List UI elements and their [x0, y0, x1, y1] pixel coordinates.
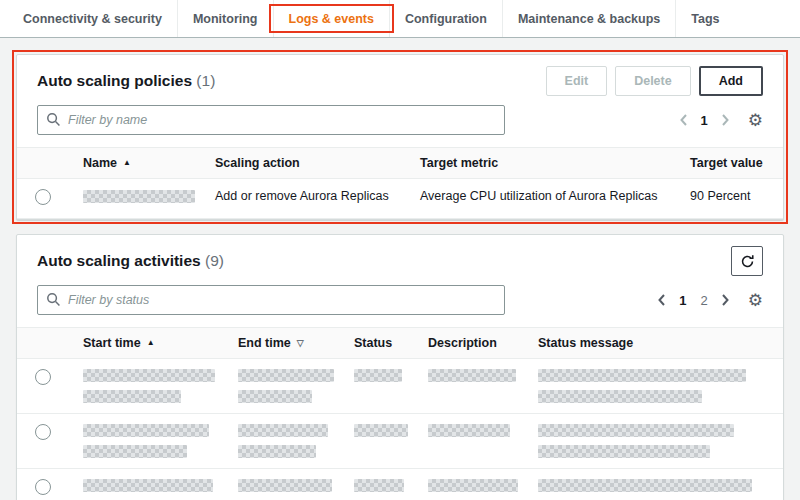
- column-header-target-value: Target value: [680, 148, 783, 179]
- policies-panel-header: Auto scaling policies (1) Edit Delete Ad…: [17, 55, 783, 105]
- tab-connectivity-security[interactable]: Connectivity & security: [8, 0, 177, 37]
- activities-select-col-header: [17, 328, 73, 359]
- redacted-end-time: [238, 479, 332, 492]
- redacted-start-time: [83, 479, 213, 492]
- tab-monitoring[interactable]: Monitoring: [177, 0, 273, 37]
- refresh-icon: [740, 254, 755, 269]
- redacted-start-time: [83, 369, 215, 382]
- activity-radio-button[interactable]: [35, 369, 51, 385]
- pagination-page-1[interactable]: 1: [678, 293, 687, 308]
- pagination-page-1[interactable]: 1: [700, 113, 709, 128]
- policy-target-value: 90 Percent: [680, 179, 783, 219]
- redacted-status-message: [538, 390, 702, 403]
- redacted-start-time: [83, 424, 209, 437]
- page-content: Auto scaling policies (1) Edit Delete Ad…: [0, 38, 800, 500]
- policies-filter-row: 1 ⚙: [17, 105, 783, 147]
- redacted-end-time: [238, 424, 328, 437]
- sort-indicator-icon: ▽: [297, 338, 304, 348]
- redacted-status: [354, 369, 402, 382]
- sort-ascending-icon: ▲: [147, 338, 155, 347]
- activity-row: [17, 359, 783, 414]
- activities-pagination: 1 2 ⚙: [657, 292, 763, 309]
- redacted-policy-name: [83, 190, 195, 203]
- activity-radio-button[interactable]: [35, 424, 51, 440]
- pagination-prev-icon[interactable]: [679, 113, 688, 127]
- activities-header-row: Start time▲ End time▽ Status Description…: [17, 328, 783, 359]
- column-header-status-message: Status message: [528, 328, 783, 359]
- tab-configuration[interactable]: Configuration: [389, 0, 502, 37]
- redacted-end-time: [238, 369, 334, 382]
- activity-row: [17, 469, 783, 500]
- policies-panel-title: Auto scaling policies (1): [37, 72, 215, 90]
- column-header-status: Status: [344, 328, 418, 359]
- activities-count: (9): [205, 252, 224, 269]
- pagination-prev-icon[interactable]: [657, 293, 666, 307]
- activities-search-box: [37, 285, 505, 315]
- redacted-status: [354, 424, 408, 437]
- pagination-page-2[interactable]: 2: [700, 293, 709, 308]
- activity-row: [17, 414, 783, 469]
- column-header-target-metric: Target metric: [410, 148, 680, 179]
- policies-actions: Edit Delete Add: [546, 66, 763, 96]
- policies-pagination: 1 ⚙: [679, 112, 763, 129]
- redacted-status: [354, 479, 404, 492]
- redacted-end-time: [238, 445, 316, 458]
- redacted-description: [428, 369, 516, 382]
- pagination-next-icon[interactable]: [721, 113, 730, 127]
- redacted-status-message: [538, 479, 752, 492]
- redacted-status-message: [538, 445, 710, 458]
- tab-tags[interactable]: Tags: [675, 0, 734, 37]
- column-header-start-time[interactable]: Start time▲: [73, 328, 228, 359]
- redacted-description: [428, 479, 518, 492]
- delete-button[interactable]: Delete: [615, 66, 691, 96]
- auto-scaling-activities-panel: Auto scaling activities (9) 1 2: [16, 234, 784, 500]
- column-header-end-time[interactable]: End time▽: [228, 328, 344, 359]
- activities-table: Start time▲ End time▽ Status Description…: [17, 327, 783, 500]
- column-header-scaling-action: Scaling action: [205, 148, 410, 179]
- policies-select-col-header: [17, 148, 73, 179]
- redacted-start-time: [83, 445, 187, 458]
- policy-scaling-action: Add or remove Aurora Replicas: [205, 179, 410, 219]
- filter-by-name-input[interactable]: [37, 105, 505, 135]
- redacted-status-message: [538, 424, 734, 437]
- policies-search-box: [37, 105, 505, 135]
- policy-target-metric: Average CPU utilization of Aurora Replic…: [410, 179, 680, 219]
- auto-scaling-policies-panel: Auto scaling policies (1) Edit Delete Ad…: [16, 54, 784, 220]
- tab-logs-events[interactable]: Logs & events: [273, 0, 389, 37]
- redacted-status-message: [538, 369, 746, 382]
- redacted-end-time: [238, 390, 312, 403]
- policies-header-row: Name▲ Scaling action Target metric Targe…: [17, 148, 783, 179]
- pagination-next-icon[interactable]: [721, 293, 730, 307]
- search-icon: [46, 292, 61, 310]
- policies-count: (1): [196, 72, 215, 89]
- sort-ascending-icon: ▲: [123, 158, 131, 167]
- policy-row: Add or remove Aurora Replicas Average CP…: [17, 179, 783, 219]
- activity-radio-button[interactable]: [35, 479, 51, 495]
- add-button[interactable]: Add: [699, 66, 763, 96]
- policy-radio-button[interactable]: [35, 189, 51, 205]
- activities-panel-header: Auto scaling activities (9): [17, 235, 783, 285]
- edit-button[interactable]: Edit: [546, 66, 608, 96]
- settings-gear-icon[interactable]: ⚙: [748, 112, 763, 129]
- policies-table: Name▲ Scaling action Target metric Targe…: [17, 147, 783, 219]
- filter-by-status-input[interactable]: [37, 285, 505, 315]
- column-header-name[interactable]: Name▲: [73, 148, 205, 179]
- activities-panel-title: Auto scaling activities (9): [37, 252, 224, 270]
- refresh-button[interactable]: [731, 246, 763, 276]
- redacted-description: [428, 424, 510, 437]
- tab-maintenance-backups[interactable]: Maintenance & backups: [502, 0, 675, 37]
- activities-filter-row: 1 2 ⚙: [17, 285, 783, 327]
- detail-tab-bar: Connectivity & security Monitoring Logs …: [0, 0, 800, 38]
- column-header-description: Description: [418, 328, 528, 359]
- redacted-start-time: [83, 390, 181, 403]
- search-icon: [46, 112, 61, 130]
- settings-gear-icon[interactable]: ⚙: [748, 292, 763, 309]
